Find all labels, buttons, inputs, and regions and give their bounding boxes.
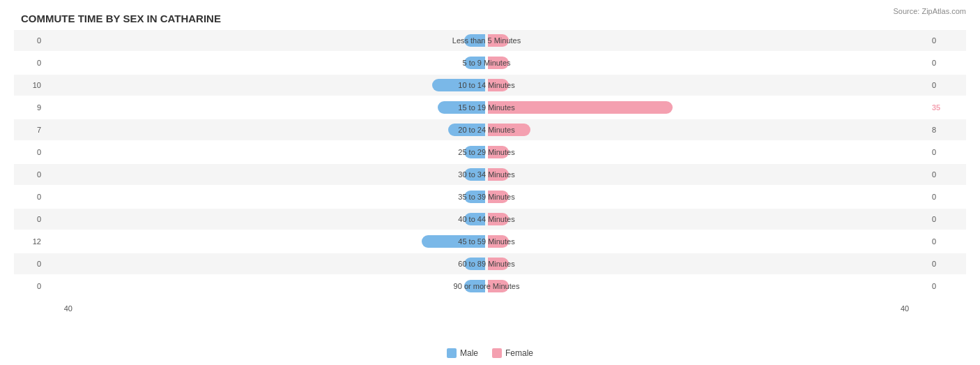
female-bar-side bbox=[487, 189, 928, 204]
male-bar-side bbox=[45, 189, 487, 204]
male-value: 10 bbox=[14, 81, 45, 89]
male-value: 7 bbox=[14, 126, 45, 134]
legend-female-box bbox=[492, 348, 502, 358]
table-row: 040 to 44 Minutes0 bbox=[14, 209, 966, 230]
female-bar bbox=[488, 79, 509, 91]
table-row: 05 to 9 Minutes0 bbox=[14, 52, 966, 73]
bar-pair: Less than 5 Minutes bbox=[45, 33, 928, 48]
table-row: 060 to 89 Minutes0 bbox=[14, 253, 966, 274]
source-label: Source: ZipAtlas.com bbox=[893, 7, 966, 15]
female-value: 8 bbox=[928, 126, 966, 134]
table-row: 030 to 34 Minutes0 bbox=[14, 164, 966, 185]
male-bar bbox=[464, 191, 485, 203]
male-value: 9 bbox=[14, 103, 45, 112]
female-bar bbox=[488, 124, 530, 136]
male-value: 0 bbox=[14, 59, 45, 67]
bar-pair: 60 to 89 Minutes bbox=[45, 256, 928, 271]
male-bar-side bbox=[45, 55, 487, 70]
male-bar bbox=[464, 57, 485, 69]
bars-wrapper: 90 or more Minutes bbox=[45, 276, 928, 297]
female-value: 0 bbox=[928, 81, 966, 89]
bars-wrapper: 40 to 44 Minutes bbox=[45, 209, 928, 230]
male-value: 0 bbox=[14, 148, 45, 156]
bars-wrapper: 35 to 39 Minutes bbox=[45, 186, 928, 207]
bar-pair: 25 to 29 Minutes bbox=[45, 144, 928, 160]
male-value: 0 bbox=[14, 193, 45, 201]
bars-wrapper: 15 to 19 Minutes bbox=[45, 97, 928, 118]
table-row: 720 to 24 Minutes8 bbox=[14, 119, 966, 140]
male-bar-side bbox=[45, 33, 487, 48]
male-bar bbox=[464, 34, 485, 47]
female-value: 0 bbox=[928, 36, 966, 45]
male-bar bbox=[464, 146, 485, 158]
bars-wrapper: 45 to 59 Minutes bbox=[45, 231, 928, 252]
female-bar bbox=[488, 146, 509, 158]
female-value: 0 bbox=[928, 193, 966, 201]
bar-pair: 10 to 14 Minutes bbox=[45, 77, 928, 93]
axis-right-label: 40 bbox=[896, 304, 935, 313]
male-bar-side bbox=[45, 144, 487, 160]
legend-male: Male bbox=[447, 348, 478, 358]
bar-pair: 40 to 44 Minutes bbox=[45, 211, 928, 227]
male-value: 0 bbox=[14, 215, 45, 223]
female-bar bbox=[488, 191, 509, 203]
female-value: 0 bbox=[928, 237, 966, 246]
axis-bottom: 40 40 bbox=[14, 304, 966, 313]
male-bar-side bbox=[45, 100, 487, 115]
female-bar-side bbox=[487, 100, 928, 115]
female-bar bbox=[488, 168, 509, 181]
table-row: 025 to 29 Minutes0 bbox=[14, 142, 966, 163]
table-row: 1010 to 14 Minutes0 bbox=[14, 75, 966, 96]
male-bar-side bbox=[45, 256, 487, 271]
female-bar-side bbox=[487, 55, 928, 70]
female-bar-side bbox=[487, 211, 928, 227]
female-value: 0 bbox=[928, 170, 966, 179]
male-bar-side bbox=[45, 211, 487, 227]
bar-pair: 30 to 34 Minutes bbox=[45, 167, 928, 182]
female-bar-side bbox=[487, 77, 928, 93]
table-row: 035 to 39 Minutes0 bbox=[14, 186, 966, 207]
bar-pair: 15 to 19 Minutes bbox=[45, 100, 928, 115]
female-bar bbox=[488, 213, 509, 225]
male-bar bbox=[448, 124, 485, 136]
axis-left-label: 40 bbox=[45, 304, 77, 313]
female-bar bbox=[488, 258, 509, 270]
female-value: 0 bbox=[928, 59, 966, 67]
female-value: 0 bbox=[928, 215, 966, 223]
female-bar-side bbox=[487, 278, 928, 294]
male-bar-side bbox=[45, 122, 487, 137]
male-value: 0 bbox=[14, 260, 45, 268]
male-bar-side bbox=[45, 234, 487, 249]
chart-container: COMMUTE TIME BY SEX IN CATHARINE Source:… bbox=[0, 0, 980, 365]
bars-wrapper: 30 to 34 Minutes bbox=[45, 164, 928, 185]
female-bar-side bbox=[487, 234, 928, 249]
female-bar bbox=[488, 235, 509, 248]
female-bar-side bbox=[487, 167, 928, 182]
bars-wrapper: 60 to 89 Minutes bbox=[45, 253, 928, 274]
bars-wrapper: Less than 5 Minutes bbox=[45, 30, 928, 51]
bars-wrapper: 25 to 29 Minutes bbox=[45, 142, 928, 163]
female-value: 0 bbox=[928, 282, 966, 290]
legend-male-box bbox=[447, 348, 457, 358]
bar-pair: 90 or more Minutes bbox=[45, 278, 928, 294]
male-value: 0 bbox=[14, 282, 45, 290]
table-row: 090 or more Minutes0 bbox=[14, 276, 966, 297]
bar-pair: 20 to 24 Minutes bbox=[45, 122, 928, 137]
male-bar bbox=[438, 101, 485, 114]
legend-male-label: Male bbox=[460, 348, 478, 358]
male-bar bbox=[464, 280, 485, 292]
bar-pair: 45 to 59 Minutes bbox=[45, 234, 928, 249]
legend-female: Female bbox=[492, 348, 533, 358]
female-bar-side bbox=[487, 122, 928, 137]
female-bar bbox=[488, 101, 673, 114]
bars-wrapper: 10 to 14 Minutes bbox=[45, 75, 928, 96]
female-bar-side bbox=[487, 256, 928, 271]
bar-pair: 35 to 39 Minutes bbox=[45, 189, 928, 204]
legend-female-label: Female bbox=[505, 348, 533, 358]
bars-wrapper: 5 to 9 Minutes bbox=[45, 52, 928, 73]
male-bar bbox=[464, 168, 485, 181]
male-value: 12 bbox=[14, 237, 45, 246]
female-bar-side bbox=[487, 144, 928, 160]
male-bar bbox=[464, 258, 485, 270]
female-value: 35 bbox=[928, 103, 966, 112]
